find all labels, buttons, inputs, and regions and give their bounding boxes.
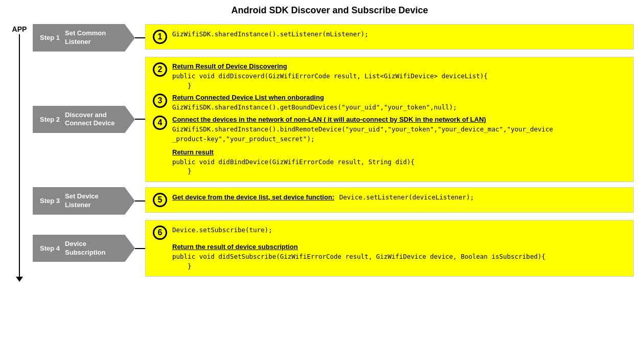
h-connector-4 [135, 248, 145, 249]
step-1-number: Step 1 [40, 34, 60, 41]
item-2-code: public void didDiscoverd(GizWifiErrorCod… [172, 72, 626, 91]
circle-6: 6 [153, 226, 167, 240]
item-4-code: GizWifiSDK.sharedInstance().bindRemoteDe… [172, 125, 626, 144]
step-4-cell: Step 4 DeviceSubscription [33, 220, 145, 277]
item-4: 4 Connect the devices in the network of … [153, 116, 626, 144]
step-2-label: Discover andConnect Device [65, 111, 115, 128]
yellow-box-4: 6 Device.setSubscribe(ture); Return the … [145, 220, 634, 277]
circle-5: 5 [153, 193, 167, 207]
item-2-title: Return Result of Device Discovering [172, 62, 626, 70]
yellow-box-3: 5 Get device from the device list, set d… [145, 187, 634, 213]
page: Android SDK Discover and Subscribe Devic… [0, 0, 644, 359]
box-4-content: 6 Device.setSubscribe(ture); Return the … [145, 220, 634, 277]
h-connector-3 [135, 200, 145, 201]
item-5-title: Get device from the device list, set dev… [172, 193, 334, 201]
circle-1: 1 [153, 30, 167, 44]
item-1-code: GizWifiSDK.sharedInstance().setListener(… [172, 30, 626, 39]
arrow-down-icon [16, 277, 23, 282]
step-3-cell: Step 3 Set DeviceListener [33, 187, 145, 215]
page-title: Android SDK Discover and Subscribe Devic… [26, 5, 634, 16]
step-3-label: Set DeviceListener [65, 192, 99, 210]
item-6b-code: public void didSetSubscribe(GizWifiError… [172, 252, 626, 272]
item-4b: Return result public void didBindDevice(… [172, 148, 626, 177]
item-3: 3 Return Connected Device List when onbo… [153, 94, 626, 113]
item-5: 5 Get device from the device list, set d… [153, 193, 626, 207]
item-6-code: Device.setSubscribe(ture); [172, 226, 626, 235]
row-2: Step 2 Discover andConnect Device 2 Retu… [33, 57, 634, 182]
h-connector-2 [135, 119, 145, 120]
item-4-title: Connect the devices in the network of no… [172, 116, 626, 123]
row-4: Step 4 DeviceSubscription 6 Device.setSu… [33, 220, 634, 277]
steps-content-area: Step 1 Set CommonListener 1 GizWifiSDK.s… [29, 24, 634, 282]
item-6-content: Device.setSubscribe(ture); [172, 226, 626, 235]
vertical-line [19, 34, 20, 277]
step-3-box: Step 3 Set DeviceListener [33, 187, 135, 215]
item-4-content: Connect the devices in the network of no… [172, 116, 626, 144]
box-2-content: 2 Return Result of Device Discovering pu… [145, 57, 634, 182]
step-4-number: Step 4 [40, 244, 60, 252]
step-3-number: Step 3 [40, 197, 60, 205]
yellow-box-2: 2 Return Result of Device Discovering pu… [145, 57, 634, 182]
step-2-cell: Step 2 Discover andConnect Device [33, 57, 145, 182]
box-3-content: 5 Get device from the device list, set d… [145, 187, 634, 215]
yellow-box-1: 1 GizWifiSDK.sharedInstance().setListene… [145, 24, 634, 50]
step-2-box: Step 2 Discover andConnect Device [33, 106, 135, 133]
item-3-title: Return Connected Device List when onbora… [172, 94, 626, 101]
item-6: 6 Device.setSubscribe(ture); [153, 226, 626, 240]
row-3: Step 3 Set DeviceListener 5 Get device f… [33, 187, 634, 215]
diagram: APP Step 1 Set CommonListener 1 [10, 24, 634, 282]
diagram-left: APP [10, 24, 29, 282]
step-1-cell: Step 1 Set CommonListener [33, 24, 145, 52]
item-6b-title: Return the result of device subscription [172, 243, 626, 251]
step-4-box: Step 4 DeviceSubscription [33, 235, 135, 262]
item-6b: Return the result of device subscription… [172, 243, 626, 272]
step-4-label: DeviceSubscription [65, 240, 105, 257]
item-4b-code: public void didBindDevice(GizWifiErrorCo… [172, 158, 626, 177]
step-1-box: Step 1 Set CommonListener [33, 24, 135, 52]
step-2-number: Step 2 [40, 116, 60, 123]
item-3-content: Return Connected Device List when onbora… [172, 94, 626, 113]
item-2-content: Return Result of Device Discovering publ… [172, 62, 626, 91]
item-4b-title: Return result [172, 148, 626, 156]
circle-3: 3 [153, 94, 167, 108]
item-2: 2 Return Result of Device Discovering pu… [153, 62, 626, 91]
app-label: APP [12, 24, 27, 33]
item-1: 1 GizWifiSDK.sharedInstance().setListene… [153, 30, 626, 44]
item-5-code: Device.setListener(deviceListener); [339, 193, 474, 201]
row-1: Step 1 Set CommonListener 1 GizWifiSDK.s… [33, 24, 634, 52]
item-1-content: GizWifiSDK.sharedInstance().setListener(… [172, 30, 626, 39]
h-connector-1 [135, 37, 145, 38]
step-1-label: Set CommonListener [65, 29, 106, 47]
item-3-code: GizWifiSDK.sharedInstance().getBoundDevi… [172, 103, 626, 113]
circle-4: 4 [153, 116, 167, 130]
item-5-content: Get device from the device list, set dev… [172, 193, 626, 203]
circle-2: 2 [153, 62, 167, 77]
box-1-content: 1 GizWifiSDK.sharedInstance().setListene… [145, 24, 634, 52]
